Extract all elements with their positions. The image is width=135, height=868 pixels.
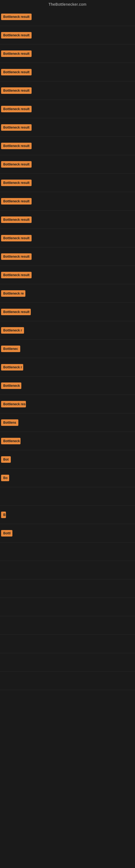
bottleneck-badge[interactable]: B — [1, 512, 6, 518]
bottleneck-row: Bottleneck — [0, 376, 135, 395]
bottleneck-row — [0, 635, 135, 653]
bottleneck-row: Bottleneck result — [0, 266, 135, 284]
bottleneck-badge[interactable]: Bottleneck result — [1, 106, 32, 112]
bottleneck-badge[interactable]: Bottleneck result — [1, 309, 31, 315]
bottleneck-badge[interactable]: Bottleneck result — [1, 161, 32, 167]
bottleneck-row: Bottleneck re — [0, 284, 135, 303]
bottleneck-row: Bottleneck result — [0, 44, 135, 63]
bottleneck-row — [0, 579, 135, 598]
bottleneck-row: Bottl — [0, 524, 135, 542]
bottleneck-badge[interactable]: Bottleneck result — [1, 13, 32, 20]
bottleneck-row: Bottlens — [0, 413, 135, 432]
bottleneck-row: Bottleneck r — [0, 321, 135, 340]
bottleneck-badge[interactable]: Bottleneck result — [1, 198, 32, 205]
bottleneck-row: Bottleneck r — [0, 358, 135, 376]
site-title: TheBottlenecker.com — [0, 0, 135, 8]
bottleneck-badge[interactable]: Bottleneck r — [1, 364, 23, 371]
bottleneck-row: Bottleneck result — [0, 211, 135, 229]
bottleneck-row: Bot — [0, 450, 135, 469]
bottleneck-row — [0, 653, 135, 672]
bottleneck-badge[interactable]: Bottleneck result — [1, 69, 32, 75]
bottleneck-row: Bottleneck res — [0, 395, 135, 413]
bottleneck-badge[interactable]: Bottlens — [1, 420, 18, 426]
bottleneck-row — [0, 487, 135, 506]
bottleneck-badge[interactable]: Bot — [1, 456, 11, 463]
bottleneck-row — [0, 616, 135, 635]
bottleneck-badge[interactable]: Bo — [1, 475, 9, 481]
bottleneck-row: Bottleneck result — [0, 174, 135, 192]
bottleneck-badge[interactable]: Bottleneck result — [1, 143, 32, 149]
bottleneck-row: B — [0, 506, 135, 524]
bottleneck-row: Bottleneck result — [0, 247, 135, 266]
bottleneck-badge[interactable]: Bottleneck result — [1, 216, 32, 223]
bottleneck-badge[interactable]: Bottleneck r — [1, 327, 24, 334]
bottleneck-row: Bottleneck result — [0, 118, 135, 137]
bottleneck-row: Bottleneck result — [0, 229, 135, 247]
bottleneck-row: Bo — [0, 469, 135, 487]
bottleneck-row: Bottleneck result — [0, 82, 135, 100]
bottleneck-badge[interactable]: Bottleneck — [1, 382, 21, 389]
bottleneck-row: Bottleneck result — [0, 26, 135, 44]
bottleneck-badge[interactable]: Bottleneck — [1, 438, 20, 444]
bottleneck-row: Bottleneck result — [0, 303, 135, 321]
bottleneck-badge[interactable]: Bottlenec — [1, 346, 20, 352]
bottleneck-row: Bottleneck result — [0, 137, 135, 155]
bottleneck-row — [0, 542, 135, 561]
bottleneck-badge[interactable]: Bottleneck result — [1, 124, 32, 131]
bottleneck-row: Bottleneck result — [0, 192, 135, 211]
bottleneck-row: Bottlenec — [0, 340, 135, 358]
bottleneck-row — [0, 561, 135, 579]
bottleneck-row: Bottleneck result — [0, 8, 135, 26]
bottleneck-row — [0, 598, 135, 616]
bottleneck-badge[interactable]: Bottleneck re — [1, 290, 26, 297]
bottleneck-badge[interactable]: Bottleneck result — [1, 272, 32, 278]
bottleneck-badge[interactable]: Bottleneck result — [1, 51, 32, 57]
bottleneck-row: Bottleneck result — [0, 155, 135, 174]
bottleneck-row: Bottleneck — [0, 432, 135, 450]
bottleneck-badge[interactable]: Bottleneck result — [1, 180, 32, 186]
bottleneck-badge[interactable]: Bottleneck result — [1, 235, 32, 241]
bottleneck-badge[interactable]: Bottleneck result — [1, 32, 32, 38]
bottleneck-badge[interactable]: Bottleneck res — [1, 401, 26, 407]
bottleneck-badge[interactable]: Bottleneck result — [1, 87, 32, 94]
bottleneck-row: Bottleneck result — [0, 100, 135, 118]
bottleneck-badge[interactable]: Bottleneck result — [1, 253, 32, 260]
bottleneck-badge[interactable]: Bottl — [1, 530, 12, 536]
bottleneck-row: Bottleneck result — [0, 63, 135, 82]
bottleneck-row — [0, 672, 135, 690]
